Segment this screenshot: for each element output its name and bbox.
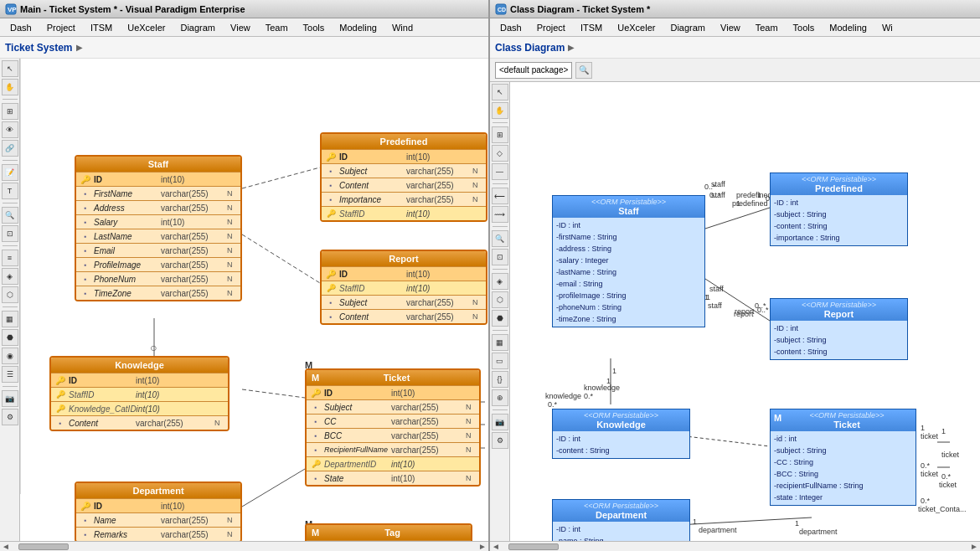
svg-text:predefined: predefined xyxy=(736,191,772,199)
table-predefined[interactable]: Predefined 🔑 ID int(10) ▪ Subject varcha… xyxy=(320,132,487,222)
uml-class-staff[interactable]: <<ORM Persistable>> Staff -ID : int -fir… xyxy=(552,195,705,327)
left-menu-bar: Dash Project ITSM UeXceler Diagram View … xyxy=(0,18,488,37)
tool-photo[interactable]: 📷 xyxy=(2,390,18,407)
right-tool-select[interactable]: ↖ xyxy=(492,84,508,100)
right-tool-link[interactable]: — xyxy=(492,163,508,180)
menu-uexceler-right[interactable]: UeXceler xyxy=(611,21,662,34)
table-report-header: Report xyxy=(322,251,486,266)
menu-project-right[interactable]: Project xyxy=(530,21,572,34)
scroll-left-arrow[interactable]: ◄ xyxy=(2,542,10,551)
menu-view-left[interactable]: View xyxy=(224,21,257,34)
tool-more3[interactable]: ⬡ xyxy=(2,286,18,303)
uml-class-department[interactable]: <<ORM Persistable>> Department -ID : int… xyxy=(552,499,690,541)
right-tool-more1[interactable]: ⊕ xyxy=(492,389,508,406)
tool-more5[interactable]: ⬣ xyxy=(2,329,18,346)
tool-more2[interactable]: ◈ xyxy=(2,268,18,285)
uml-class-knowledge-header: <<ORM Persistable>> Knowledge xyxy=(553,409,689,431)
table-staff[interactable]: Staff 🔑 ID int(10) ▪ FirstName varchar(2… xyxy=(75,155,242,301)
scroll-thumb-left[interactable] xyxy=(18,543,69,550)
right-tool-pan[interactable]: ✋ xyxy=(492,102,508,119)
menu-project-left[interactable]: Project xyxy=(40,21,82,34)
tool-text[interactable]: T xyxy=(2,183,18,199)
uml-attr: -content : String xyxy=(774,220,904,232)
menu-team-left[interactable]: Team xyxy=(259,21,295,34)
menu-tools-right[interactable]: Tools xyxy=(787,21,822,34)
menu-team-right[interactable]: Team xyxy=(749,21,785,34)
menu-modeling-right[interactable]: Modeling xyxy=(823,21,874,34)
tool-zoom[interactable]: 🔍 xyxy=(2,207,18,224)
table-knowledge[interactable]: Knowledge 🔑 ID int(10) 🔑 StaffID int(10) xyxy=(49,356,230,431)
menu-diagram-right[interactable]: Diagram xyxy=(663,21,712,34)
tool-table[interactable]: ⊞ xyxy=(2,103,18,120)
package-selector[interactable]: <default package> xyxy=(495,62,572,79)
menu-diagram-left[interactable]: Diagram xyxy=(173,21,222,34)
tool-more1[interactable]: ≡ xyxy=(2,250,18,266)
uml-attr: -ID : int xyxy=(556,219,701,231)
tool-select[interactable]: ↖ xyxy=(2,60,18,77)
table-row: ▪ PhoneNum varchar(255) N xyxy=(76,271,240,286)
right-tool-pkg[interactable]: ▭ xyxy=(492,353,508,369)
table-row: 🔑 StaffID int(10) xyxy=(322,206,486,220)
tool-more8[interactable]: ⚙ xyxy=(2,409,18,425)
tool-view[interactable]: 👁 xyxy=(2,121,18,138)
table-tag[interactable]: M Tag 🔑 ID int(10) ▪ Name var xyxy=(305,523,472,541)
right-tool-fit[interactable]: ⊡ xyxy=(492,249,508,265)
table-row: 🔑 ID int(10) xyxy=(322,149,486,163)
menu-wi-right[interactable]: Wi xyxy=(875,21,900,34)
uml-attr: -subject : String xyxy=(774,334,904,346)
right-tool-dep[interactable]: ⟿ xyxy=(492,206,508,223)
uml-class-ticket[interactable]: M <<ORM Persistable>> Ticket -id : int -… xyxy=(770,409,916,506)
right-tool-braces[interactable]: {} xyxy=(492,371,508,388)
scroll-thumb-right[interactable] xyxy=(508,543,559,550)
right-scrollbar-h[interactable]: ◄ ► xyxy=(490,541,980,551)
table-department-body: 🔑 ID int(10) ▪ Name varchar(255) N ▪ xyxy=(76,498,240,541)
uml-class-report[interactable]: <<ORM Persistable>> Report -ID : int -su… xyxy=(770,298,908,360)
right-tool-interface[interactable]: ◇ xyxy=(492,145,508,162)
menu-dash-right[interactable]: Dash xyxy=(493,21,529,34)
table-report[interactable]: Report 🔑 ID int(10) 🔑 StaffID int(10) xyxy=(320,250,487,325)
uml-class-knowledge[interactable]: <<ORM Persistable>> Knowledge -ID : int … xyxy=(552,409,690,459)
tool-more7[interactable]: ☰ xyxy=(2,366,18,383)
scroll-right-arrow[interactable]: ► xyxy=(478,542,487,551)
right-tool-enum[interactable]: ▦ xyxy=(492,334,508,351)
table-tag-header: M Tag xyxy=(307,525,471,540)
tool-more6[interactable]: ◉ xyxy=(2,348,18,364)
table-staff-body: 🔑 ID int(10) ▪ FirstName varchar(255) N … xyxy=(76,172,240,300)
menu-itsm-left[interactable]: ITSM xyxy=(84,21,119,34)
tool-link[interactable]: 🔗 xyxy=(2,140,18,157)
table-row: 🔑 ID int(10) xyxy=(322,266,486,281)
right-canvas: 0..* staff 1 predefined 0..* 1 staff rep… xyxy=(510,82,980,541)
right-tool-comp[interactable]: ⬡ xyxy=(492,291,508,308)
table-department[interactable]: Department 🔑 ID int(10) ▪ Name varchar(2… xyxy=(75,481,242,541)
tool-sep-6 xyxy=(3,386,18,387)
uml-attr: -timeZone : String xyxy=(556,313,701,325)
menu-uexceler-left[interactable]: UeXceler xyxy=(121,21,172,34)
table-ticket[interactable]: M Ticket 🔑 ID int(10) ▪ Subject xyxy=(305,368,481,487)
right-tool-class[interactable]: ⊞ xyxy=(492,126,508,143)
tool-note[interactable]: 📝 xyxy=(2,164,18,181)
left-scrollbar-h[interactable]: ◄ ► xyxy=(0,541,488,551)
table-row: ▪ FirstName varchar(255) N xyxy=(76,186,240,200)
scroll-right-left-arrow[interactable]: ◄ xyxy=(492,542,500,551)
right-tool-agg[interactable]: ⬣ xyxy=(492,310,508,327)
menu-dash-left[interactable]: Dash xyxy=(3,21,39,34)
tool-more4[interactable]: ▦ xyxy=(2,311,18,327)
uml-department-name: Department xyxy=(556,510,686,520)
menu-itsm-right[interactable]: ITSM xyxy=(574,21,609,34)
right-tool-photo[interactable]: 📷 xyxy=(492,414,508,430)
tool-fit[interactable]: ⊡ xyxy=(2,225,18,242)
left-toolbar: ↖ ✋ ⊞ 👁 🔗 📝 T 🔍 ⊡ ≡ ◈ ⬡ ▦ ⬣ ◉ ☰ xyxy=(0,59,20,541)
left-main-content: ↖ ✋ ⊞ 👁 🔗 📝 T 🔍 ⊡ ≡ ◈ ⬡ ▦ ⬣ ◉ ☰ xyxy=(0,59,488,541)
menu-tools-left[interactable]: Tools xyxy=(297,21,332,34)
right-tool-settings[interactable]: ⚙ xyxy=(492,432,508,449)
right-tool-assoc[interactable]: ◈ xyxy=(492,273,508,290)
search-button[interactable]: 🔍 xyxy=(575,62,592,79)
scroll-right-right-arrow[interactable]: ► xyxy=(970,542,978,551)
right-tool-note[interactable]: ⟵ xyxy=(492,188,508,204)
right-tool-zoom[interactable]: 🔍 xyxy=(492,230,508,247)
uml-class-predefined[interactable]: <<ORM Persistable>> Predefined -ID : int… xyxy=(770,173,908,246)
menu-wind-left[interactable]: Wind xyxy=(385,21,420,34)
menu-view-right[interactable]: View xyxy=(714,21,747,34)
tool-pan[interactable]: ✋ xyxy=(2,79,18,95)
menu-modeling-left[interactable]: Modeling xyxy=(333,21,384,34)
